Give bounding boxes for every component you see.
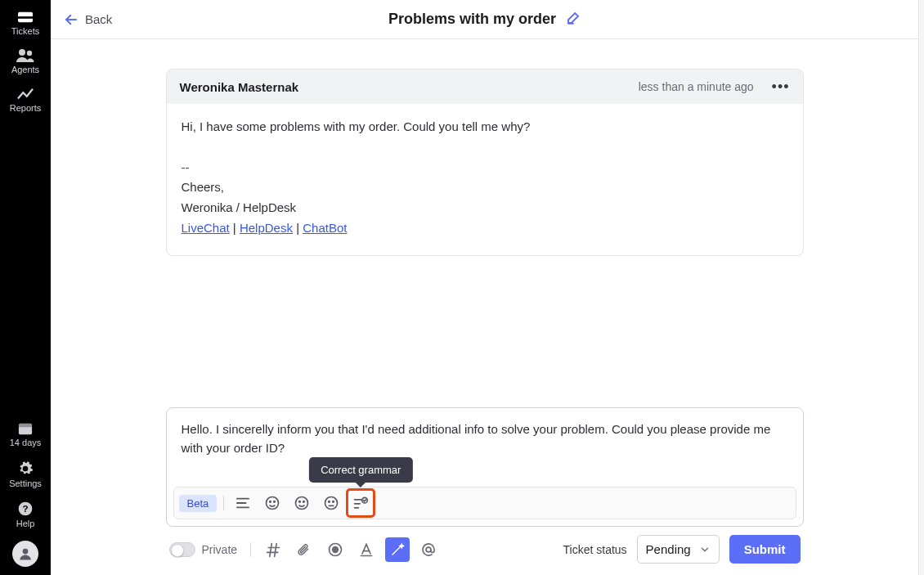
reply-composer: Hello. I sincerelly inform you that I'd … bbox=[166, 407, 804, 528]
ai-correct-grammar-button[interactable]: Correct grammar bbox=[348, 491, 373, 515]
pencil-icon bbox=[566, 11, 581, 25]
nav-label: 14 days bbox=[0, 438, 51, 448]
svg-point-8 bbox=[23, 549, 29, 555]
record-icon bbox=[327, 541, 343, 558]
beta-chip: Beta bbox=[179, 495, 218, 512]
ticket-status-select[interactable]: Pending bbox=[637, 535, 720, 564]
svg-point-20 bbox=[325, 497, 338, 510]
tickets-icon bbox=[16, 10, 34, 25]
arrow-left-icon bbox=[64, 12, 78, 27]
nav-trial[interactable]: 14 days bbox=[0, 415, 51, 453]
svg-point-19 bbox=[303, 501, 305, 503]
record-button[interactable] bbox=[323, 537, 348, 562]
svg-point-17 bbox=[296, 497, 308, 510]
person-icon bbox=[18, 546, 33, 561]
ai-tone-formal-button[interactable] bbox=[319, 491, 343, 515]
neutral-face-icon bbox=[323, 495, 339, 511]
right-panel-collapsed bbox=[919, 0, 924, 575]
nav-label: Reports bbox=[0, 103, 51, 114]
nav-agents[interactable]: Agents bbox=[0, 42, 51, 80]
svg-line-31 bbox=[275, 543, 277, 556]
avatar[interactable] bbox=[12, 541, 38, 567]
topbar: Back Problems with my order bbox=[51, 0, 918, 39]
svg-point-18 bbox=[299, 501, 301, 503]
smile-icon bbox=[264, 495, 280, 511]
page-title: Problems with my order bbox=[388, 11, 556, 28]
link-separator: | bbox=[293, 221, 303, 235]
link-chatbot[interactable]: ChatBot bbox=[303, 221, 347, 235]
ai-tone-happy-button[interactable] bbox=[260, 491, 285, 515]
nav-label: Tickets bbox=[0, 26, 51, 37]
list-lines-icon bbox=[235, 496, 250, 510]
svg-text:?: ? bbox=[22, 503, 28, 514]
mention-button[interactable] bbox=[416, 537, 441, 562]
ai-summarize-button[interactable] bbox=[231, 491, 255, 515]
smile-icon bbox=[294, 495, 310, 511]
svg-rect-1 bbox=[16, 16, 34, 19]
at-icon bbox=[420, 541, 437, 558]
message-author: Weronika Masternak bbox=[180, 80, 299, 94]
text-format-button[interactable] bbox=[354, 537, 379, 562]
message-timestamp: less than a minute ago bbox=[639, 80, 754, 93]
ai-tone-neutral-button[interactable] bbox=[289, 491, 314, 515]
nav-label: Agents bbox=[0, 65, 51, 75]
svg-point-16 bbox=[274, 501, 276, 503]
attach-file-button[interactable] bbox=[292, 537, 316, 562]
svg-point-33 bbox=[333, 546, 339, 552]
link-separator: | bbox=[230, 221, 240, 235]
svg-point-15 bbox=[270, 501, 271, 503]
magic-wand-icon bbox=[390, 542, 405, 557]
message-text: Hi, I have some problems with my order. … bbox=[182, 117, 788, 137]
nav-tickets[interactable]: Tickets bbox=[0, 3, 51, 42]
grammar-check-icon bbox=[352, 496, 369, 510]
svg-point-37 bbox=[426, 547, 431, 552]
chevron-down-icon bbox=[699, 544, 711, 555]
message-body: Hi, I have some problems with my order. … bbox=[167, 104, 803, 255]
nav-label: Settings bbox=[0, 478, 51, 489]
svg-point-14 bbox=[267, 497, 279, 510]
app-sidebar: Tickets Agents Reports 14 days Settings … bbox=[0, 0, 51, 575]
paperclip-icon bbox=[297, 541, 312, 558]
svg-line-36 bbox=[392, 546, 401, 555]
svg-point-3 bbox=[27, 51, 32, 56]
gear-icon bbox=[17, 460, 34, 477]
message-card: Weronika Masternak less than a minute ag… bbox=[166, 69, 804, 256]
nav-settings[interactable]: Settings bbox=[0, 454, 51, 494]
back-label: Back bbox=[85, 12, 112, 26]
back-button[interactable]: Back bbox=[64, 12, 112, 27]
help-icon: ? bbox=[17, 501, 34, 517]
link-helpdesk[interactable]: HelpDesk bbox=[240, 221, 293, 235]
ai-toolbar: Beta Correct grammar bbox=[173, 487, 796, 519]
ai-enhance-button[interactable] bbox=[385, 537, 410, 562]
message-header: Weronika Masternak less than a minute ag… bbox=[167, 70, 803, 104]
nav-help[interactable]: ? Help bbox=[0, 494, 51, 534]
reports-icon bbox=[16, 87, 34, 101]
agents-icon bbox=[16, 48, 35, 63]
svg-point-21 bbox=[329, 501, 330, 503]
submit-button[interactable]: Submit bbox=[729, 535, 801, 564]
nav-label: Help bbox=[0, 519, 51, 529]
status-value: Pending bbox=[646, 542, 691, 556]
private-toggle[interactable] bbox=[169, 542, 195, 557]
signature-name: Weronika / HelpDesk bbox=[182, 198, 788, 218]
reply-textarea[interactable]: Hello. I sincerelly inform you that I'd … bbox=[167, 408, 803, 487]
calendar-icon bbox=[17, 421, 34, 436]
nav-reports[interactable]: Reports bbox=[0, 80, 51, 119]
signature-cheers: Cheers, bbox=[182, 177, 788, 198]
font-icon bbox=[358, 541, 375, 558]
svg-point-22 bbox=[333, 501, 334, 503]
signature-divider: -- bbox=[182, 158, 788, 178]
insert-canned-button[interactable] bbox=[261, 537, 285, 562]
edit-title-button[interactable] bbox=[566, 11, 581, 28]
link-livechat[interactable]: LiveChat bbox=[182, 221, 230, 235]
hashtag-icon bbox=[265, 541, 281, 558]
private-label: Private bbox=[202, 543, 238, 556]
main-panel: Back Problems with my order Weronika Mas… bbox=[51, 0, 919, 575]
ticket-status-label: Ticket status bbox=[563, 543, 627, 556]
composer-actions: Private bbox=[166, 527, 804, 568]
svg-rect-5 bbox=[19, 424, 32, 428]
message-menu-button[interactable]: ••• bbox=[772, 79, 790, 94]
svg-point-2 bbox=[19, 49, 25, 56]
svg-line-30 bbox=[270, 543, 272, 556]
ticket-content: Weronika Masternak less than a minute ag… bbox=[51, 39, 918, 575]
